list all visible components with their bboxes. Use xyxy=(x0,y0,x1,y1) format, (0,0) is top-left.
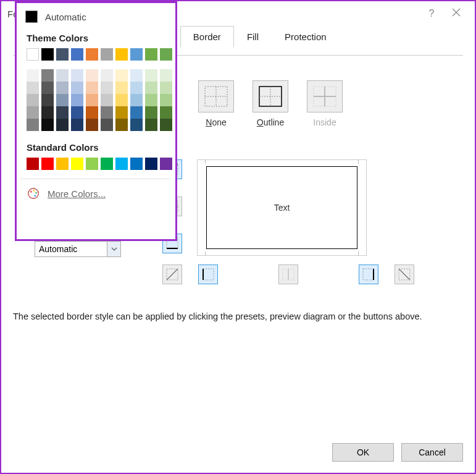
tab-border[interactable]: Border xyxy=(180,26,234,48)
border-middle-v-button[interactable] xyxy=(278,265,298,284)
color-swatch[interactable] xyxy=(115,158,128,170)
color-swatch[interactable] xyxy=(27,106,39,119)
more-colors-row[interactable]: More Colors... xyxy=(20,184,172,206)
border-right-button[interactable] xyxy=(359,265,378,284)
border-diag-up-button[interactable] xyxy=(162,265,182,284)
color-swatch[interactable] xyxy=(71,158,83,170)
color-swatch[interactable] xyxy=(130,69,143,82)
color-swatch[interactable] xyxy=(27,119,39,131)
color-swatch[interactable] xyxy=(86,94,98,106)
standard-colors-heading: Standard Colors xyxy=(27,142,172,153)
preview-text: Text xyxy=(198,203,366,213)
color-swatch[interactable] xyxy=(56,94,69,106)
dialog-footer: OK Cancel xyxy=(332,443,463,462)
color-swatch[interactable] xyxy=(56,119,69,131)
color-swatch[interactable] xyxy=(130,106,143,119)
color-combo[interactable]: Automatic xyxy=(35,241,121,257)
color-swatch[interactable] xyxy=(41,69,54,82)
color-swatch[interactable] xyxy=(71,82,83,94)
color-swatch[interactable] xyxy=(101,48,113,61)
color-swatch[interactable] xyxy=(86,158,98,170)
color-swatch[interactable] xyxy=(56,48,69,61)
border-diag-down-button[interactable] xyxy=(395,265,414,284)
palette-icon xyxy=(27,187,40,200)
tab-fill[interactable]: Fill xyxy=(234,26,272,48)
color-swatch[interactable] xyxy=(41,158,54,170)
color-swatch[interactable] xyxy=(41,94,54,106)
border-left-button[interactable] xyxy=(198,265,218,284)
color-swatch[interactable] xyxy=(160,48,172,61)
color-swatch[interactable] xyxy=(145,94,157,106)
cancel-button[interactable]: Cancel xyxy=(401,443,463,462)
color-swatch[interactable] xyxy=(41,106,54,119)
color-swatch[interactable] xyxy=(160,158,172,170)
color-swatch[interactable] xyxy=(160,82,172,94)
color-swatch[interactable] xyxy=(86,69,98,82)
automatic-color-row[interactable]: Automatic xyxy=(20,8,172,29)
color-swatch[interactable] xyxy=(101,94,113,106)
color-swatch[interactable] xyxy=(130,158,143,170)
color-swatch[interactable] xyxy=(145,106,157,119)
color-swatch[interactable] xyxy=(41,82,54,94)
color-swatch[interactable] xyxy=(145,69,157,82)
color-swatch[interactable] xyxy=(145,82,157,94)
help-icon[interactable]: ? xyxy=(419,8,444,19)
color-swatch[interactable] xyxy=(101,119,113,131)
color-swatch[interactable] xyxy=(145,119,157,131)
color-swatch[interactable] xyxy=(130,48,143,61)
color-swatch[interactable] xyxy=(160,69,172,82)
color-swatch[interactable] xyxy=(41,48,54,61)
color-swatch[interactable] xyxy=(41,119,54,131)
color-swatch[interactable] xyxy=(130,94,143,106)
color-swatch[interactable] xyxy=(27,48,39,61)
color-swatch[interactable] xyxy=(71,106,83,119)
color-swatch[interactable] xyxy=(101,106,113,119)
color-swatch[interactable] xyxy=(86,82,98,94)
color-swatch[interactable] xyxy=(160,106,172,119)
color-swatch[interactable] xyxy=(101,69,113,82)
color-field: Automatic xyxy=(35,241,121,257)
color-swatch[interactable] xyxy=(130,82,143,94)
preset-outline[interactable]: Outline xyxy=(253,80,288,127)
preset-none[interactable]: None xyxy=(198,80,234,127)
svg-rect-19 xyxy=(203,269,214,280)
color-swatch[interactable] xyxy=(71,94,83,106)
more-colors-label: More Colors... xyxy=(48,188,106,199)
color-swatch[interactable] xyxy=(56,106,69,119)
color-swatch[interactable] xyxy=(71,69,83,82)
color-swatch[interactable] xyxy=(86,48,98,61)
preset-inside-icon xyxy=(307,80,343,112)
color-swatch[interactable] xyxy=(145,48,157,61)
color-swatch[interactable] xyxy=(115,106,128,119)
color-swatch[interactable] xyxy=(27,69,39,82)
color-swatch[interactable] xyxy=(145,158,157,170)
color-swatch[interactable] xyxy=(27,94,39,106)
preset-inside-label: Inside xyxy=(313,117,336,127)
color-swatch[interactable] xyxy=(115,48,128,61)
color-swatch[interactable] xyxy=(160,94,172,106)
close-icon[interactable] xyxy=(444,8,469,19)
color-swatch[interactable] xyxy=(27,82,39,94)
ok-button[interactable]: OK xyxy=(332,443,394,462)
color-swatch[interactable] xyxy=(101,82,113,94)
chevron-down-icon[interactable] xyxy=(107,242,120,256)
color-swatch[interactable] xyxy=(56,82,69,94)
color-swatch[interactable] xyxy=(71,48,83,61)
color-swatch[interactable] xyxy=(71,119,83,131)
color-swatch[interactable] xyxy=(27,158,39,170)
color-swatch[interactable] xyxy=(86,119,98,131)
color-swatch[interactable] xyxy=(115,94,128,106)
color-swatch[interactable] xyxy=(56,69,69,82)
preset-none-label: None xyxy=(206,117,226,127)
color-swatch[interactable] xyxy=(160,119,172,131)
border-preview[interactable]: Text xyxy=(197,159,367,256)
color-swatch[interactable] xyxy=(115,69,128,82)
tab-protection[interactable]: Protection xyxy=(272,26,340,48)
color-swatch[interactable] xyxy=(115,82,128,94)
color-swatch[interactable] xyxy=(86,106,98,119)
theme-colors-shades xyxy=(27,69,172,131)
color-swatch[interactable] xyxy=(115,119,128,131)
color-swatch[interactable] xyxy=(101,158,113,170)
color-swatch[interactable] xyxy=(56,158,69,170)
color-swatch[interactable] xyxy=(130,119,143,131)
